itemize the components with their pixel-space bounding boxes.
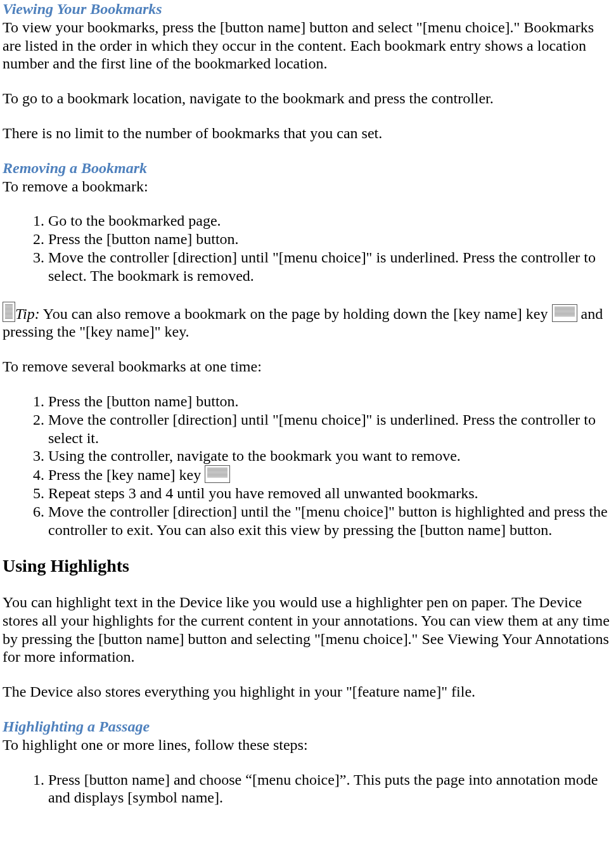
paragraph-highlights-1: You can highlight text in the Device lik… [3, 593, 613, 666]
heading-using-highlights: Using Highlights [3, 555, 613, 577]
heading-highlighting-passage: Highlighting a Passage [3, 718, 613, 736]
paragraph-highlighting-intro: To highlight one or more lines, follow t… [3, 736, 613, 754]
list-item: Press the [key name] key [48, 465, 613, 484]
list-item: Go to the bookmarked page. [48, 212, 613, 230]
paragraph-viewing-3: There is no limit to the number of bookm… [3, 124, 613, 143]
step-4-text: Press the [key name] key [48, 467, 205, 483]
paragraph-highlights-2: The Device also stores everything you hi… [3, 683, 613, 701]
list-item: Move the controller [direction] until "[… [48, 248, 613, 285]
key-icon [552, 304, 577, 322]
list-item: Press the [button name] button. [48, 230, 613, 248]
remove-steps-list: Go to the bookmarked page. Press the [bu… [3, 212, 613, 285]
list-item: Using the controller, navigate to the bo… [48, 447, 613, 465]
paragraph-remove-intro: To remove a bookmark: [3, 177, 613, 196]
list-item: Press [button name] and choose “[menu ch… [48, 771, 613, 808]
list-item: Move the controller [direction] until "[… [48, 411, 613, 448]
list-item: Move the controller [direction] until th… [48, 503, 613, 539]
paragraph-viewing-2: To go to a bookmark location, navigate t… [3, 89, 613, 108]
heading-viewing-bookmarks: Viewing Your Bookmarks [3, 0, 613, 18]
tip-paragraph: Tip: You can also remove a bookmark on t… [3, 302, 613, 342]
paragraph-several-intro: To remove several bookmarks at one time: [3, 357, 613, 376]
list-item: Repeat steps 3 and 4 until you have remo… [48, 484, 613, 503]
heading-removing-bookmark: Removing a Bookmark [3, 159, 613, 177]
paragraph-viewing-1: To view your bookmarks, press the [butto… [3, 18, 613, 73]
document-body: Viewing Your Bookmarks To view your book… [3, 0, 613, 807]
key-icon [3, 302, 15, 322]
highlighting-steps-list: Press [button name] and choose “[menu ch… [3, 771, 613, 808]
tip-label: Tip: [15, 306, 40, 322]
key-icon [205, 465, 230, 483]
list-item: Press the [button name] button. [48, 392, 613, 411]
tip-text-a: You can also remove a bookmark on the pa… [40, 306, 552, 322]
several-steps-list: Press the [button name] button. Move the… [3, 392, 613, 539]
